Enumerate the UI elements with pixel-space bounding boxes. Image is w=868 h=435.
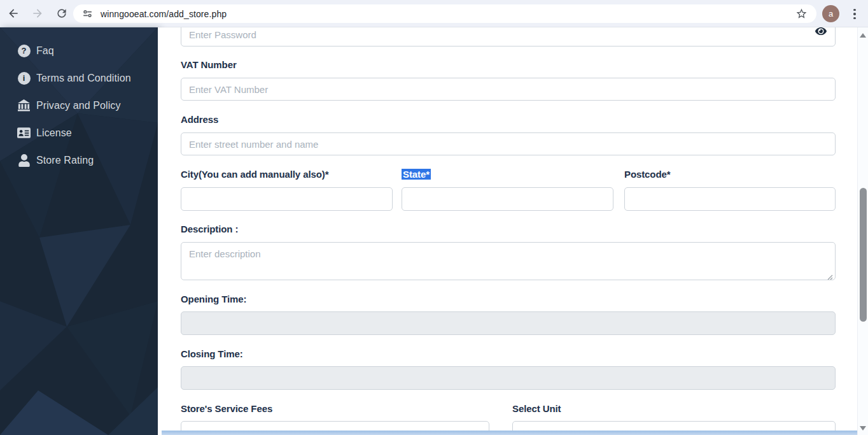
sidebar-item-label: Store Rating bbox=[36, 155, 94, 166]
site-settings-icon[interactable] bbox=[82, 8, 93, 19]
url-bar[interactable]: winngooeat.com/add_store.php bbox=[73, 4, 816, 23]
sidebar-item-terms[interactable]: i Terms and Condition bbox=[0, 64, 158, 92]
back-button[interactable] bbox=[3, 3, 24, 24]
bottom-selection-strip bbox=[162, 431, 857, 435]
city-label: City(You can add manually also)* bbox=[181, 169, 328, 180]
page-body: ? Faq i Terms and Condition bbox=[0, 27, 868, 435]
url-text: winngooeat.com/add_store.php bbox=[101, 9, 227, 19]
address-input[interactable] bbox=[181, 132, 836, 155]
sidebar-item-label: Privacy and Policy bbox=[36, 100, 121, 111]
scrollbar-thumb[interactable] bbox=[860, 188, 867, 322]
scroll-up-arrow-icon[interactable] bbox=[860, 33, 866, 38]
browser-window: winngooeat.com/add_store.php a bbox=[0, 0, 868, 435]
description-label: Description : bbox=[181, 224, 238, 234]
profile-avatar[interactable]: a bbox=[822, 5, 839, 22]
postcode-input[interactable] bbox=[624, 187, 836, 211]
closing-time-label: Closing Time: bbox=[181, 348, 243, 359]
description-textarea[interactable] bbox=[181, 242, 836, 280]
bookmark-star-icon[interactable] bbox=[795, 8, 808, 20]
sidebar-item-label: License bbox=[36, 127, 72, 139]
reload-button[interactable] bbox=[51, 3, 73, 24]
address-label: Address bbox=[181, 114, 218, 125]
sidebar-item-label: Faq bbox=[36, 45, 54, 57]
scroll-down-arrow-icon[interactable] bbox=[860, 426, 866, 431]
eye-icon bbox=[815, 27, 827, 37]
add-store-form: VAT Number Address City(You can add manu… bbox=[158, 27, 857, 435]
browser-toolbar: winngooeat.com/add_store.php a bbox=[0, 0, 868, 27]
browser-menu-button[interactable] bbox=[850, 6, 859, 22]
closing-time-input[interactable] bbox=[181, 366, 836, 390]
reload-icon bbox=[55, 7, 68, 20]
service-fees-label: Store's Service Fees bbox=[181, 403, 272, 414]
question-circle-icon: ? bbox=[17, 44, 31, 57]
vat-label: VAT Number bbox=[181, 59, 237, 70]
page-scrollbar[interactable] bbox=[857, 27, 868, 435]
info-circle-icon: i bbox=[17, 71, 31, 85]
back-arrow-icon bbox=[7, 7, 20, 20]
select-unit-label: Select Unit bbox=[512, 403, 561, 414]
bank-icon bbox=[17, 99, 31, 112]
id-card-icon bbox=[17, 126, 31, 139]
state-label: State* bbox=[402, 169, 431, 180]
password-input[interactable] bbox=[181, 27, 836, 46]
sidebar: ? Faq i Terms and Condition bbox=[0, 27, 158, 435]
postcode-label: Postcode* bbox=[624, 169, 670, 180]
forward-arrow-icon bbox=[31, 7, 44, 20]
forward-button[interactable] bbox=[27, 3, 48, 24]
opening-time-label: Opening Time: bbox=[181, 294, 246, 304]
sidebar-nav: ? Faq i Terms and Condition bbox=[0, 37, 158, 174]
state-input[interactable] bbox=[402, 187, 613, 211]
city-input[interactable] bbox=[181, 187, 393, 211]
state-label-selected-text: State* bbox=[402, 169, 431, 180]
sidebar-item-license[interactable]: License bbox=[0, 119, 158, 146]
sidebar-item-store-rating[interactable]: Store Rating bbox=[0, 146, 158, 174]
sidebar-item-faq[interactable]: ? Faq bbox=[0, 37, 158, 64]
opening-time-input[interactable] bbox=[181, 311, 836, 335]
sidebar-item-privacy[interactable]: Privacy and Policy bbox=[0, 92, 158, 119]
user-icon bbox=[17, 153, 31, 167]
vat-input[interactable] bbox=[181, 78, 836, 101]
password-visibility-toggle[interactable] bbox=[815, 27, 827, 37]
sidebar-item-label: Terms and Condition bbox=[36, 73, 131, 84]
